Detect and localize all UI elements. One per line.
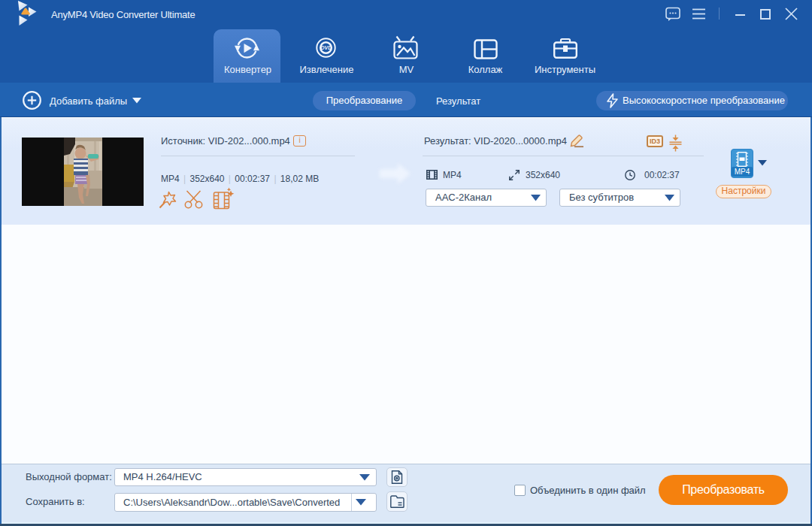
svg-text:DVD: DVD (320, 45, 332, 50)
